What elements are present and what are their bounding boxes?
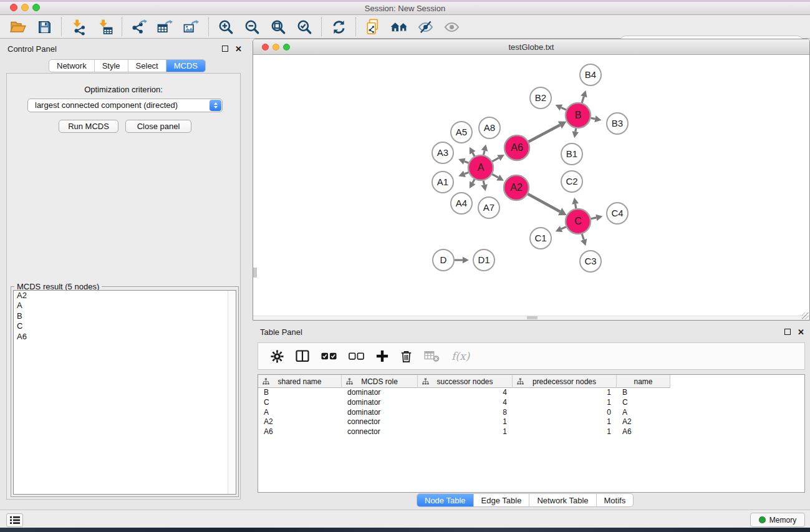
zoom-selected-button[interactable]: [294, 16, 315, 37]
cell-predecessor-nodes[interactable]: 1: [513, 398, 617, 408]
vertical-scrollbar-thumb[interactable]: [253, 268, 257, 278]
column-header-successor-nodes[interactable]: successor nodes: [418, 375, 513, 388]
export-network-button[interactable]: [128, 16, 150, 37]
export-image-button[interactable]: [181, 16, 202, 37]
control-panel-float-icon[interactable]: [222, 46, 228, 52]
cell-name[interactable]: B: [617, 388, 670, 398]
node-B1[interactable]: B1: [561, 143, 582, 165]
cell-MCDS-role[interactable]: connector: [342, 427, 418, 437]
node-B4[interactable]: B4: [580, 64, 601, 85]
settings-button[interactable]: [271, 350, 284, 363]
save-session-button[interactable]: [34, 16, 55, 37]
network-graph[interactable]: B4B2BB3A8A5A6A3B1AA1C2A2A4A7C4CC1C3DD1: [253, 55, 809, 320]
unselect-all-columns-button[interactable]: [349, 352, 364, 360]
zoom-out-button[interactable]: [241, 16, 263, 37]
new-network-from-selection-button[interactable]: [362, 16, 383, 37]
open-file-button[interactable]: [7, 16, 29, 37]
edge-A-A7[interactable]: [481, 181, 488, 191]
node-A8[interactable]: A8: [479, 117, 500, 138]
node-A6[interactable]: A6: [504, 135, 529, 160]
cell-predecessor-nodes[interactable]: 0: [513, 408, 617, 418]
import-network-from-file-button[interactable]: [68, 16, 89, 37]
network-canvas[interactable]: B4B2BB3A8A5A6A3B1AA1C2A2A4A7C4CC1C3DD1: [253, 55, 809, 320]
node-A2[interactable]: A2: [504, 175, 529, 200]
cell-predecessor-nodes[interactable]: 1: [513, 388, 617, 398]
select-all-columns-button[interactable]: [321, 352, 337, 360]
result-list-scrollbar[interactable]: [228, 291, 236, 494]
edge-A-A6[interactable]: [492, 155, 504, 162]
cell-shared-name[interactable]: B: [258, 388, 342, 398]
edge-A-A3[interactable]: [458, 158, 468, 165]
mcds-result-item[interactable]: A: [14, 301, 236, 311]
edge-A-A8[interactable]: [481, 144, 488, 155]
column-header-name[interactable]: name: [617, 375, 670, 388]
task-history-button[interactable]: [6, 513, 23, 527]
edge-A6-B[interactable]: [529, 122, 567, 142]
tab-node-table[interactable]: Node Table: [417, 494, 473, 506]
tab-select[interactable]: Select: [128, 60, 166, 72]
table-row[interactable]: Cdominator41C: [258, 398, 804, 408]
node-A4[interactable]: A4: [451, 193, 472, 214]
memory-button[interactable]: Memory: [750, 513, 805, 527]
horizontal-scrollbar-track[interactable]: [253, 316, 809, 320]
cell-predecessor-nodes[interactable]: 1: [513, 417, 617, 427]
edge-A-A1[interactable]: [458, 171, 468, 177]
edge-A-A4[interactable]: [470, 179, 476, 188]
mcds-result-item[interactable]: A2: [14, 291, 236, 301]
delete-columns-button[interactable]: [400, 350, 412, 363]
mcds-result-list[interactable]: A2ABCA6: [13, 290, 236, 495]
cell-successor-nodes[interactable]: 4: [418, 398, 513, 408]
tab-network-table[interactable]: Network Table: [529, 494, 595, 506]
control-panel-close-icon[interactable]: ✕: [235, 46, 242, 53]
run-mcds-button[interactable]: Run MCDS: [59, 120, 118, 133]
node-C4[interactable]: C4: [607, 203, 628, 224]
node-A7[interactable]: A7: [478, 197, 499, 218]
column-header-MCDS-role[interactable]: MCDS role: [342, 375, 418, 388]
node-C[interactable]: C: [566, 209, 591, 234]
node-A5[interactable]: A5: [451, 122, 472, 143]
hide-graphics-details-button[interactable]: [415, 16, 436, 37]
show-panels-button[interactable]: [388, 16, 410, 37]
node-A[interactable]: A: [468, 155, 493, 180]
edge-A-A2[interactable]: [492, 174, 504, 180]
table-row[interactable]: A6connector11A6: [258, 427, 804, 437]
cell-shared-name[interactable]: A2: [258, 417, 342, 427]
node-A3[interactable]: A3: [432, 142, 453, 163]
node-C3[interactable]: C3: [580, 251, 601, 272]
cell-shared-name[interactable]: A6: [258, 427, 342, 437]
edge-C-C3[interactable]: [581, 234, 587, 246]
table-row[interactable]: Adominator80A: [258, 408, 804, 418]
create-column-button[interactable]: [376, 350, 388, 362]
edge-C-C2[interactable]: [572, 198, 579, 209]
import-table-from-file-button[interactable]: [94, 16, 115, 37]
edge-B-B1[interactable]: [572, 128, 579, 138]
cell-MCDS-role[interactable]: dominator: [342, 408, 418, 418]
cell-MCDS-role[interactable]: dominator: [342, 388, 418, 398]
column-header-shared-name[interactable]: shared name: [258, 375, 342, 388]
tab-style[interactable]: Style: [94, 60, 128, 72]
tab-network[interactable]: Network: [49, 60, 94, 72]
tab-edge-table[interactable]: Edge Table: [473, 494, 529, 506]
zoom-in-button[interactable]: [215, 16, 236, 37]
cell-shared-name[interactable]: A: [258, 408, 342, 418]
node-B[interactable]: B: [566, 103, 591, 128]
criterion-dropdown[interactable]: largest connected component (directed): [27, 99, 223, 112]
cell-successor-nodes[interactable]: 1: [418, 427, 513, 437]
node-A1[interactable]: A1: [432, 172, 453, 193]
node-D[interactable]: D: [433, 249, 454, 271]
export-table-button[interactable]: [155, 16, 176, 37]
tab-motifs[interactable]: Motifs: [596, 494, 634, 506]
mcds-result-item[interactable]: B: [14, 311, 236, 321]
column-header-predecessor-nodes[interactable]: predecessor nodes: [513, 375, 617, 388]
node-C1[interactable]: C1: [530, 228, 551, 249]
cell-successor-nodes[interactable]: 1: [418, 417, 513, 427]
table-panel-close-icon[interactable]: ✕: [798, 329, 804, 336]
cell-name[interactable]: A: [617, 408, 670, 418]
cell-name[interactable]: A6: [617, 427, 670, 437]
close-panel-button[interactable]: Close panel: [125, 120, 191, 133]
cell-MCDS-role[interactable]: connector: [342, 417, 418, 427]
mcds-result-item[interactable]: A6: [14, 332, 236, 342]
cell-name[interactable]: A2: [617, 417, 670, 427]
edge-D-D1[interactable]: [455, 257, 469, 263]
node-C2[interactable]: C2: [561, 171, 582, 192]
